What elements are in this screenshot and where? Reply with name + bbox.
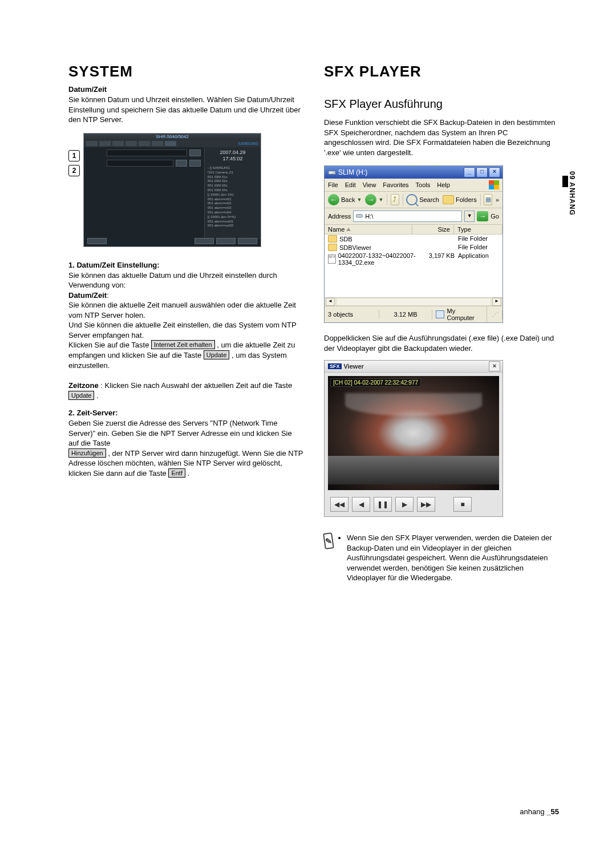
forward-button[interactable]: → ▼ — [365, 194, 383, 205]
address-input[interactable]: H:\ — [353, 211, 462, 222]
col-name[interactable]: Name — [325, 225, 412, 234]
heading-sfx: SFX PLAYER — [324, 63, 559, 80]
note-box: ✎ Wenn Sie den SFX Player verwenden, wer… — [324, 533, 559, 583]
drive-icon — [356, 212, 363, 220]
list-item[interactable]: SDB File Folder — [325, 235, 502, 243]
tree-line: [] 19001 (km 1%) — [208, 193, 258, 197]
scroll-track[interactable] — [336, 298, 491, 306]
explorer-scrollbar[interactable]: ◄ ► — [325, 297, 502, 306]
skip-forward-button[interactable]: ▶▶ — [417, 497, 435, 512]
dvr-btn-b[interactable] — [176, 160, 187, 167]
forward-icon: → — [365, 194, 376, 205]
subheading-sfx-ausfuehrung: SFX Player Ausführung — [324, 98, 559, 111]
section-2-body: Geben Sie zuerst die Adresse des Servers… — [68, 418, 303, 478]
back-button[interactable]: ← Back ▼ — [328, 194, 362, 205]
dvr-footer — [87, 238, 257, 244]
dvr-btn-a[interactable] — [189, 149, 201, 156]
folder-icon — [443, 195, 454, 204]
dvr-btn-c[interactable] — [189, 160, 201, 167]
search-button[interactable]: Search — [406, 194, 439, 205]
dvr-left-panel — [84, 147, 204, 240]
back-icon: ← — [328, 194, 339, 205]
views-button[interactable]: ▦ — [484, 194, 492, 205]
status-location: My Computer — [432, 306, 487, 322]
samsung-logo: SAMSUNG — [238, 142, 258, 145]
intro-left: Sie können Datum und Uhrzeit einstellen.… — [68, 95, 303, 125]
menu-file[interactable]: File — [328, 181, 338, 188]
go-button[interactable]: → — [477, 211, 488, 221]
chevron-down-icon[interactable]: ▼ — [378, 197, 383, 203]
explorer-menubar: File Edit View Favorites Tools Help — [325, 179, 502, 192]
dvr-foot-btn[interactable] — [87, 238, 107, 244]
prev-button[interactable]: ◀ — [352, 497, 370, 512]
window-maximize-button[interactable]: □ — [476, 167, 488, 177]
page-footer: anhang _55 — [520, 807, 559, 816]
menu-view[interactable]: View — [363, 181, 376, 188]
status-objects: 3 objects — [325, 310, 379, 319]
explorer-addressbar: Address H:\ ▼ → Go — [325, 208, 502, 225]
list-item[interactable]: SFX04022007-1332~04022007-1334_02.exe 3,… — [325, 252, 502, 266]
folder-icon — [328, 244, 337, 251]
section-1-body3: Klicken Sie auf die Taste Internet Zeit … — [68, 340, 303, 370]
up-button[interactable]: ⤴ — [391, 194, 399, 205]
sfx-badge: SFX — [328, 363, 342, 369]
menu-tools[interactable]: Tools — [416, 181, 431, 188]
dvr-foot-btn[interactable] — [216, 238, 236, 244]
btn-hinzufuegen[interactable]: Hinzufügen — [68, 448, 106, 458]
go-label: Go — [491, 213, 499, 220]
dvr-date-input[interactable] — [107, 149, 187, 156]
note-icon: ✎ — [323, 532, 334, 549]
section-1-body2b: Und Sie können die aktuelle Zeit einstel… — [68, 320, 303, 340]
play-button[interactable]: ▶ — [395, 497, 414, 512]
col-size[interactable]: Size — [412, 225, 454, 234]
scroll-right-icon[interactable]: ► — [492, 298, 501, 306]
tree-line: 001 03M 04s — [208, 188, 258, 193]
section-1-zeitzone: Zeitzone : Klicken Sie nach Auswahl der … — [68, 381, 303, 401]
menu-help[interactable]: Help — [437, 181, 450, 188]
dvr-foot-btn[interactable] — [194, 238, 214, 244]
scroll-left-icon[interactable]: ◄ — [326, 298, 335, 306]
callout-1: 1 — [68, 150, 80, 161]
sort-asc-icon — [346, 228, 351, 231]
explorer-window: SLIM (H:) _ □ × File Edit View Favorites… — [324, 165, 503, 323]
btn-internet-zeit[interactable]: Internet Zeit erhalten — [151, 340, 215, 349]
viewer-close-button[interactable]: × — [489, 361, 500, 371]
menu-favorites[interactable]: Favorites — [383, 181, 408, 188]
tree-line: 001 03M 02s — [208, 179, 258, 184]
search-icon — [406, 194, 418, 205]
folder-icon — [328, 235, 337, 242]
pause-button[interactable]: ❚❚ — [374, 497, 392, 512]
dvr-time: 17:45:02 — [208, 156, 258, 163]
resize-grip-icon[interactable]: ⋰ — [487, 310, 502, 320]
skip-back-button[interactable]: ◀◀ — [330, 497, 348, 512]
dvr-screenshot: 1 2 SHR-5040/5042 SAMSUNG — [68, 133, 303, 247]
folders-button[interactable]: Folders — [443, 195, 477, 204]
viewer-controls: ◀◀ ◀ ❚❚ ▶ ▶▶ ■ — [325, 495, 502, 516]
dvr-right-panel: 2007.04.29 17:45:02 - [] SAMSUNG CH1 Cam… — [204, 147, 261, 240]
note-text: Wenn Sie den SFX Player verwenden, werde… — [347, 533, 559, 583]
window-close-button[interactable]: × — [489, 167, 500, 177]
drive-icon — [328, 168, 336, 176]
btn-update-2[interactable]: Update — [68, 391, 94, 400]
address-dropdown[interactable]: ▼ — [464, 211, 475, 222]
section-2-title: 2. Zeit-Server: — [68, 409, 303, 417]
window-minimize-button[interactable]: _ — [464, 167, 475, 177]
dvr-foot-btn[interactable] — [238, 238, 257, 244]
section-1-body: Sie können das aktuelle Datum und die Uh… — [68, 270, 303, 290]
col-type[interactable]: Type — [454, 225, 502, 234]
dvr-server-input[interactable] — [107, 160, 173, 167]
menu-edit[interactable]: Edit — [345, 181, 356, 188]
viewer-video: [CH 02] 04-02-2007 22:32:42:977 — [328, 376, 499, 490]
tree-line: [] 19001 (km 0=%) — [208, 215, 258, 220]
tree-line: 001 alarm=in01 — [208, 197, 258, 202]
viewer-titlebar: SFX Viewer × — [325, 361, 502, 373]
stop-button[interactable]: ■ — [453, 497, 472, 512]
tree-line: 001 alarm=in02 — [208, 201, 258, 206]
chevron-down-icon[interactable]: ▼ — [356, 197, 362, 203]
toolbar-chevron-icon[interactable]: » — [496, 196, 499, 203]
list-item[interactable]: SDBViewer File Folder — [325, 243, 502, 252]
btn-update[interactable]: Update — [204, 350, 229, 359]
tree-line: - [] SAMSUNG — [208, 166, 258, 171]
side-tab: 09 ANHANG — [562, 171, 576, 216]
btn-entf[interactable]: Entf — [168, 468, 185, 478]
